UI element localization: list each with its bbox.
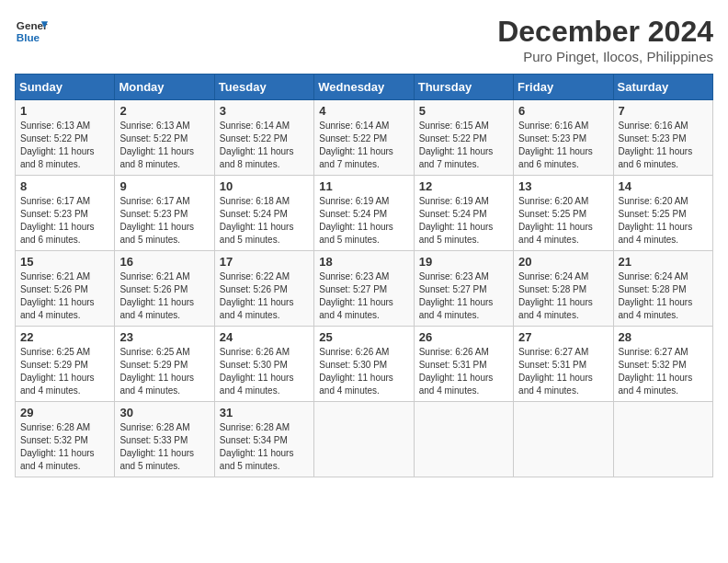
calendar-cell: 9 Sunrise: 6:17 AM Sunset: 5:23 PM Dayli… [115,176,214,251]
day-number: 14 [619,179,708,193]
col-sunday: Sunday [16,75,115,100]
day-number: 17 [220,255,309,269]
day-info: Sunrise: 6:28 AM Sunset: 5:33 PM Dayligh… [119,421,209,473]
calendar-cell: 21 Sunrise: 6:24 AM Sunset: 5:28 PM Dayl… [613,251,712,327]
day-info: Sunrise: 6:24 AM Sunset: 5:28 PM Dayligh… [518,270,608,322]
day-number: 24 [220,330,309,344]
day-info: Sunrise: 6:21 AM Sunset: 5:26 PM Dayligh… [20,270,109,322]
logo: General Blue [15,15,51,48]
table-row: 1 Sunrise: 6:13 AM Sunset: 5:22 PM Dayli… [16,100,713,176]
day-number: 27 [518,330,608,344]
svg-text:General: General [17,19,48,31]
calendar-cell: 20 Sunrise: 6:24 AM Sunset: 5:28 PM Dayl… [514,251,613,327]
day-number: 8 [20,179,109,193]
day-number: 11 [319,179,408,193]
day-number: 16 [119,255,209,269]
day-info: Sunrise: 6:14 AM Sunset: 5:22 PM Dayligh… [319,120,408,171]
calendar-cell: 29 Sunrise: 6:28 AM Sunset: 5:32 PM Dayl… [16,402,115,477]
col-thursday: Thursday [414,75,513,100]
location-subtitle: Puro Pinget, Ilocos, Philippines [497,49,713,64]
col-monday: Monday [115,75,214,100]
calendar-cell: 18 Sunrise: 6:23 AM Sunset: 5:27 PM Dayl… [314,251,414,327]
day-info: Sunrise: 6:18 AM Sunset: 5:24 PM Dayligh… [220,195,309,247]
calendar-cell: 7 Sunrise: 6:16 AM Sunset: 5:23 PM Dayli… [613,100,712,176]
day-info: Sunrise: 6:13 AM Sunset: 5:22 PM Dayligh… [20,120,109,171]
logo-icon: General Blue [15,15,48,48]
day-info: Sunrise: 6:25 AM Sunset: 5:29 PM Dayligh… [20,346,109,397]
calendar-cell: 11 Sunrise: 6:19 AM Sunset: 5:24 PM Dayl… [314,176,414,251]
col-wednesday: Wednesday [314,75,414,100]
calendar-cell: 2 Sunrise: 6:13 AM Sunset: 5:22 PM Dayli… [115,100,214,176]
day-number: 20 [518,255,608,269]
calendar-cell: 12 Sunrise: 6:19 AM Sunset: 5:24 PM Dayl… [414,176,513,251]
calendar-cell: 19 Sunrise: 6:23 AM Sunset: 5:27 PM Dayl… [414,251,513,327]
calendar-cell: 27 Sunrise: 6:27 AM Sunset: 5:31 PM Dayl… [514,327,613,402]
day-number: 1 [20,104,109,118]
day-number: 15 [20,255,109,269]
col-saturday: Saturday [613,75,712,100]
day-number: 10 [220,179,309,193]
calendar-cell: 1 Sunrise: 6:13 AM Sunset: 5:22 PM Dayli… [16,100,115,176]
day-number: 5 [419,104,508,118]
day-info: Sunrise: 6:28 AM Sunset: 5:32 PM Dayligh… [20,421,109,473]
day-info: Sunrise: 6:26 AM Sunset: 5:31 PM Dayligh… [419,346,508,397]
svg-text:Blue: Blue [17,31,40,43]
calendar-cell [414,402,513,477]
day-info: Sunrise: 6:17 AM Sunset: 5:23 PM Dayligh… [20,195,109,247]
calendar-cell: 3 Sunrise: 6:14 AM Sunset: 5:22 PM Dayli… [214,100,313,176]
calendar-cell: 5 Sunrise: 6:15 AM Sunset: 5:22 PM Dayli… [414,100,513,176]
day-number: 4 [319,104,408,118]
day-info: Sunrise: 6:21 AM Sunset: 5:26 PM Dayligh… [119,270,209,322]
calendar-cell: 26 Sunrise: 6:26 AM Sunset: 5:31 PM Dayl… [414,327,513,402]
calendar-cell: 30 Sunrise: 6:28 AM Sunset: 5:33 PM Dayl… [115,402,214,477]
calendar-cell: 8 Sunrise: 6:17 AM Sunset: 5:23 PM Dayli… [16,176,115,251]
day-info: Sunrise: 6:22 AM Sunset: 5:26 PM Dayligh… [220,270,309,322]
day-number: 29 [20,406,109,419]
calendar-cell: 22 Sunrise: 6:25 AM Sunset: 5:29 PM Dayl… [16,327,115,402]
calendar-cell: 13 Sunrise: 6:20 AM Sunset: 5:25 PM Dayl… [514,176,613,251]
calendar-cell: 24 Sunrise: 6:26 AM Sunset: 5:30 PM Dayl… [214,327,313,402]
day-number: 7 [619,104,708,118]
table-row: 22 Sunrise: 6:25 AM Sunset: 5:29 PM Dayl… [16,327,713,402]
day-number: 22 [20,330,109,344]
calendar-cell [514,402,613,477]
calendar-cell: 25 Sunrise: 6:26 AM Sunset: 5:30 PM Dayl… [314,327,414,402]
page-header: General Blue December 2024 Puro Pinget, … [15,15,713,64]
day-number: 3 [220,104,309,118]
day-number: 21 [619,255,708,269]
day-number: 26 [419,330,508,344]
table-row: 8 Sunrise: 6:17 AM Sunset: 5:23 PM Dayli… [16,176,713,251]
table-row: 29 Sunrise: 6:28 AM Sunset: 5:32 PM Dayl… [16,402,713,477]
day-number: 18 [319,255,408,269]
day-number: 6 [518,104,608,118]
day-info: Sunrise: 6:27 AM Sunset: 5:31 PM Dayligh… [518,346,608,397]
day-info: Sunrise: 6:27 AM Sunset: 5:32 PM Dayligh… [619,346,708,397]
day-info: Sunrise: 6:23 AM Sunset: 5:27 PM Dayligh… [319,270,408,322]
calendar-cell: 28 Sunrise: 6:27 AM Sunset: 5:32 PM Dayl… [613,327,712,402]
col-tuesday: Tuesday [214,75,313,100]
calendar-cell: 6 Sunrise: 6:16 AM Sunset: 5:23 PM Dayli… [514,100,613,176]
calendar-cell: 14 Sunrise: 6:20 AM Sunset: 5:25 PM Dayl… [613,176,712,251]
day-info: Sunrise: 6:14 AM Sunset: 5:22 PM Dayligh… [220,120,309,171]
day-info: Sunrise: 6:25 AM Sunset: 5:29 PM Dayligh… [119,346,209,397]
day-number: 25 [319,330,408,344]
day-info: Sunrise: 6:20 AM Sunset: 5:25 PM Dayligh… [518,195,608,247]
day-info: Sunrise: 6:19 AM Sunset: 5:24 PM Dayligh… [319,195,408,247]
day-number: 31 [220,406,309,419]
calendar-cell: 31 Sunrise: 6:28 AM Sunset: 5:34 PM Dayl… [214,402,313,477]
day-info: Sunrise: 6:26 AM Sunset: 5:30 PM Dayligh… [319,346,408,397]
day-info: Sunrise: 6:15 AM Sunset: 5:22 PM Dayligh… [419,120,508,171]
day-info: Sunrise: 6:19 AM Sunset: 5:24 PM Dayligh… [419,195,508,247]
day-info: Sunrise: 6:20 AM Sunset: 5:25 PM Dayligh… [619,195,708,247]
col-friday: Friday [514,75,613,100]
calendar-cell [314,402,414,477]
title-area: December 2024 Puro Pinget, Ilocos, Phili… [497,15,713,64]
table-row: 15 Sunrise: 6:21 AM Sunset: 5:26 PM Dayl… [16,251,713,327]
day-info: Sunrise: 6:17 AM Sunset: 5:23 PM Dayligh… [119,195,209,247]
day-info: Sunrise: 6:26 AM Sunset: 5:30 PM Dayligh… [220,346,309,397]
day-number: 12 [419,179,508,193]
day-info: Sunrise: 6:16 AM Sunset: 5:23 PM Dayligh… [619,120,708,171]
day-number: 9 [119,179,209,193]
calendar-cell: 17 Sunrise: 6:22 AM Sunset: 5:26 PM Dayl… [214,251,313,327]
day-number: 13 [518,179,608,193]
